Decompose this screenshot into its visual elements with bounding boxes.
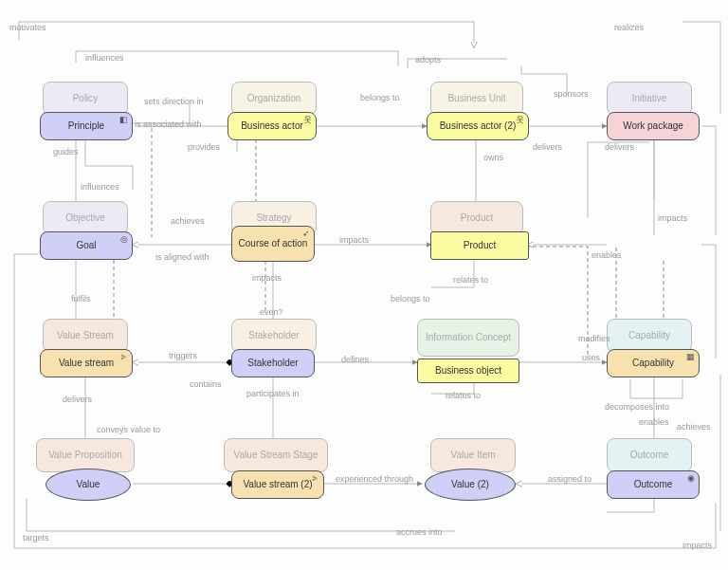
node-business-actor-2[interactable]: Business actor (2) 옷 [427, 112, 529, 140]
ghost-outcome: Outcome [607, 438, 692, 472]
ghost-label: Product [461, 212, 493, 224]
ghost-label: Business Unit [447, 93, 505, 104]
ghost-organization: Organization [231, 82, 317, 116]
ghost-label: Value Proposition [48, 450, 122, 461]
ghost-label: Information Concept [426, 332, 511, 343]
ghost-label: Organization [247, 93, 301, 104]
node-business-actor[interactable]: Business actor 옷 [228, 112, 317, 140]
edge-label: assigned to [546, 474, 593, 484]
edge-label: relates to [444, 391, 482, 400]
edge-label: provides [186, 142, 222, 152]
ghost-policy: Policy [43, 82, 128, 116]
ghost-value-stream-stage: Value Stream Stage [224, 438, 328, 472]
edge-label: contains [188, 379, 224, 389]
ghost-label: Value Stream [57, 330, 114, 341]
node-value[interactable]: Value [46, 469, 131, 501]
value-stream-icon: ⪢ [311, 473, 319, 483]
node-label: Course of action [239, 238, 308, 249]
ghost-value-stream: Value Stream [43, 319, 128, 353]
edge-label: fulfils [69, 294, 93, 303]
node-label: Value stream (2) [243, 479, 312, 490]
node-course-of-action[interactable]: Course of action ➶ [231, 226, 315, 262]
ghost-label: Initiative [632, 93, 667, 104]
node-stakeholder[interactable]: Stakeholder [231, 349, 315, 377]
node-value-stream[interactable]: Value stream ⪢ [40, 349, 133, 377]
edge-label: enables [590, 250, 624, 260]
edge-label: impacts [656, 213, 689, 223]
edge-label: decomposes into [603, 402, 671, 412]
actor-icon: 옷 [516, 115, 524, 124]
node-goal[interactable]: Goal ◎ [40, 231, 133, 260]
edge-label: realizes [612, 23, 646, 32]
edge-label: defines [339, 355, 371, 364]
ghost-initiative: Initiative [607, 82, 692, 116]
edge-label: impacts [337, 235, 371, 245]
node-capability[interactable]: Capability ▦ [607, 349, 700, 377]
node-value-2[interactable]: Value (2) [425, 469, 516, 501]
ghost-label: Policy [73, 93, 99, 104]
node-label: Principle [68, 120, 104, 132]
ghost-label: Outcome [630, 450, 669, 461]
node-label: Product [464, 240, 496, 251]
edge-label: is associated with [133, 120, 204, 129]
ghost-label: Objective [65, 212, 105, 224]
edge-label: owns [482, 153, 505, 162]
edge-label: targets [21, 533, 51, 542]
ghost-value-proposition: Value Proposition [36, 438, 135, 472]
edge-label: adopts [413, 55, 443, 64]
node-label: Capability [632, 358, 674, 369]
edge-label: achieves [675, 422, 713, 432]
ghost-stakeholder: Stakeholder [231, 319, 317, 353]
node-label: Value [77, 479, 100, 490]
diagram-canvas[interactable]: Policy Organization Business Unit Initia… [0, 0, 728, 570]
node-product[interactable]: Product [430, 231, 529, 260]
edge-label: is aligned with [154, 252, 211, 262]
node-label: Goal [76, 240, 96, 251]
edge-label: delivers [531, 142, 564, 152]
node-label: Value (2) [451, 479, 489, 490]
outcome-icon: ◉ [687, 473, 695, 483]
edge-label: motivates [8, 23, 48, 32]
node-business-object[interactable]: Business object [417, 359, 519, 383]
node-label: Business actor [241, 120, 303, 132]
node-label: Stakeholder [247, 358, 298, 369]
edge-label: delivers [61, 395, 94, 404]
edge-label: relates to [451, 275, 490, 285]
ghost-label: Value Stream Stage [234, 450, 318, 461]
edge-label: influences [79, 182, 121, 192]
edge-label: experienced through [334, 474, 415, 484]
course-of-action-icon: ➶ [302, 229, 310, 238]
edge-label: participates in [245, 389, 301, 398]
ghost-objective: Objective [43, 201, 128, 235]
ghost-business-unit: Business Unit [430, 82, 523, 116]
edge-label: achieves [169, 216, 207, 226]
node-principle[interactable]: Principle ◧ [40, 112, 133, 140]
edge-label: belongs to [389, 294, 432, 303]
ghost-capability: Capability [607, 319, 692, 353]
edge-label: guides [51, 147, 81, 156]
edge-label: sponsors [552, 89, 591, 99]
ghost-product: Product [430, 201, 523, 235]
edge-label: conveys value to [95, 425, 162, 434]
edge-label: belongs to [358, 93, 402, 102]
ghost-label: Stakeholder [248, 330, 299, 341]
node-value-stream-2[interactable]: Value stream (2) ⪢ [231, 470, 324, 499]
edge-label: triggers [167, 351, 199, 360]
ghost-label: Strategy [256, 212, 291, 224]
edge-label: impacts [681, 541, 714, 550]
edge-label: enables [637, 417, 671, 427]
capability-icon: ▦ [686, 352, 695, 361]
edge-label: influences [83, 53, 126, 63]
goal-icon: ◎ [120, 234, 128, 244]
actor-icon: 옷 [303, 115, 312, 124]
edge-label: sets direction in [142, 97, 206, 106]
value-stream-icon: ⪢ [119, 352, 128, 361]
edge-label: impacts [250, 273, 283, 283]
node-label: Business object [435, 365, 501, 377]
node-outcome[interactable]: Outcome ◉ [607, 470, 700, 499]
node-label: Value stream [59, 358, 114, 369]
node-label: Work package [623, 120, 683, 132]
principle-icon: ◧ [119, 115, 128, 124]
edge-label: accrues into [394, 527, 445, 537]
node-work-package[interactable]: Work package [607, 112, 700, 140]
